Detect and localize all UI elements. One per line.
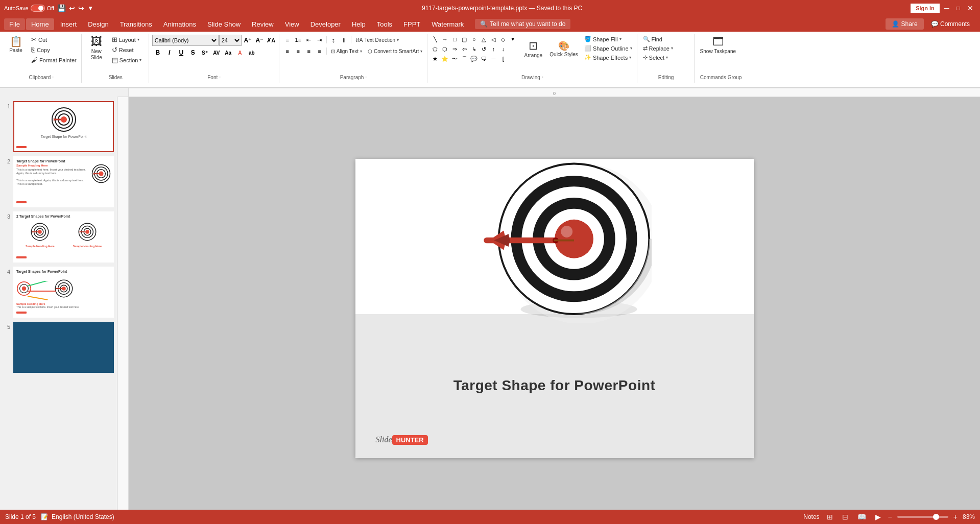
shape-star[interactable]: ★ <box>431 54 440 63</box>
shape-triangle[interactable]: △ <box>479 35 488 44</box>
menu-home[interactable]: Home <box>26 18 54 30</box>
shape-rounded[interactable]: ▢ <box>460 35 469 44</box>
font-size-select[interactable]: 24 <box>219 35 242 46</box>
shape-bend[interactable]: ↳ <box>469 44 479 54</box>
slide-img-2[interactable]: Target Shape for PowerPoint Sample Headi… <box>13 156 114 207</box>
shape-arrow[interactable]: → <box>440 35 449 44</box>
menu-file[interactable]: File <box>4 18 25 30</box>
menu-developer[interactable]: Developer <box>305 18 346 30</box>
shape-pentagon[interactable]: ⬠ <box>431 44 440 54</box>
shape-rect[interactable]: □ <box>450 35 459 44</box>
redo-icon[interactable]: ↪ <box>78 4 84 12</box>
menu-animations[interactable]: Animations <box>158 18 201 30</box>
slides-label[interactable]: Slides <box>85 73 147 82</box>
align-right-button[interactable]: ≡ <box>304 46 314 56</box>
new-slide-button[interactable]: 🖼 NewSlide <box>85 35 108 62</box>
text-direction-button[interactable]: ⇵A Text Direction ▾ <box>353 36 401 44</box>
commands-label[interactable]: Commands Group <box>698 73 745 82</box>
undo-icon[interactable]: ↩ <box>69 4 75 12</box>
reading-view-icon[interactable]: 📖 <box>855 512 868 522</box>
zoom-thumb[interactable] <box>933 514 939 520</box>
slide-panel[interactable]: 1 Target Shape for PowerP <box>0 97 117 519</box>
underline-button[interactable]: U <box>176 47 187 58</box>
find-button[interactable]: 🔍 Find <box>640 35 676 43</box>
shape-arrow3[interactable]: ⇦ <box>460 44 469 54</box>
justify-button[interactable]: ≡ <box>315 46 325 56</box>
quick-styles-button[interactable]: 🎨 Quick Styles <box>547 35 581 64</box>
menu-review[interactable]: Review <box>247 18 279 30</box>
strikethrough-button[interactable]: S <box>187 47 199 58</box>
shape-curved[interactable]: ⌒ <box>460 54 469 63</box>
shape-hexagon[interactable]: ⬡ <box>440 44 449 54</box>
shape-callout[interactable]: 💬 <box>469 54 479 63</box>
autosave-toggle[interactable] <box>31 5 45 12</box>
menu-design[interactable]: Design <box>83 18 113 30</box>
slide-thumb-4[interactable]: 4 Target Shapes for PowerPoint <box>3 267 114 318</box>
slide-img-5[interactable] <box>13 322 114 373</box>
font-color-button[interactable]: A <box>234 47 246 58</box>
menu-help[interactable]: Help <box>347 18 371 30</box>
normal-view-icon[interactable]: ⊞ <box>825 512 835 522</box>
slide-thumb-5[interactable]: 5 <box>3 322 114 373</box>
align-left-button[interactable]: ≡ <box>282 46 293 56</box>
shape-arrow2[interactable]: ⇒ <box>450 44 459 54</box>
minimize-icon[interactable]: ─ <box>942 4 952 12</box>
menu-watermark[interactable]: Watermark <box>426 18 469 30</box>
notes-button[interactable]: Notes <box>803 513 819 520</box>
shape-up[interactable]: ↑ <box>489 44 498 54</box>
shape-wave[interactable]: 〜 <box>450 54 459 63</box>
slide-area[interactable]: Target Shape for PowerPoint Slide HUNTER <box>129 97 980 519</box>
slide-sorter-icon[interactable]: ⊟ <box>840 512 850 522</box>
shape-outline-button[interactable]: ⬜ Shape Outline ▾ <box>582 44 635 53</box>
slide-img-1[interactable]: Target Shape for PowerPoint <box>13 101 114 152</box>
slide-img-3[interactable]: 2 Target Shapes for PowerPoint <box>13 211 114 263</box>
numbering-button[interactable]: 1≡ <box>293 35 303 45</box>
font-label[interactable]: Font ⬝ <box>152 73 277 82</box>
zoom-slider[interactable] <box>897 516 948 518</box>
menu-fppt[interactable]: FPPT <box>398 18 425 30</box>
slide-img-4[interactable]: Target Shapes for PowerPoint <box>13 267 114 318</box>
shadow-button[interactable]: S⁺ <box>199 47 210 58</box>
paste-button[interactable]: 📋 Paste <box>4 35 28 55</box>
replace-button[interactable]: ⇄ Replace ▾ <box>640 44 676 53</box>
decrease-font-button[interactable]: A⁻ <box>254 35 265 46</box>
columns-button[interactable]: ⫿ <box>339 35 349 45</box>
close-icon[interactable]: ✕ <box>965 4 976 12</box>
format-painter-button[interactable]: 🖌 Format Painter <box>29 55 79 65</box>
shape-uturn[interactable]: ↺ <box>479 44 488 54</box>
char-spacing-button[interactable]: AV <box>211 47 222 58</box>
paragraph-label[interactable]: Paragraph ⬝ <box>282 73 425 82</box>
cut-button[interactable]: ✂ Cut <box>29 35 79 44</box>
customize-icon[interactable]: ▼ <box>87 5 93 12</box>
increase-indent-button[interactable]: ⇥ <box>315 35 325 45</box>
slide-notes-icon[interactable]: 📝 <box>41 513 49 520</box>
highlight-button[interactable]: ab <box>246 47 257 58</box>
shape-effects-button[interactable]: ✨ Shape Effects ▾ <box>582 53 635 62</box>
zoom-in-icon[interactable]: + <box>953 513 958 521</box>
copy-button[interactable]: ⎘ Copy <box>29 45 79 55</box>
shape-line[interactable]: ╲ <box>431 35 440 44</box>
tell-me-input[interactable]: 🔍 Tell me what you want to do <box>475 19 570 29</box>
line-spacing-button[interactable]: ↕ <box>328 35 339 45</box>
font-family-select[interactable]: Calibri (Body) <box>152 35 219 46</box>
menu-insert[interactable]: Insert <box>55 18 82 30</box>
decrease-indent-button[interactable]: ⇤ <box>304 35 314 45</box>
menu-slideshow[interactable]: Slide Show <box>202 18 246 30</box>
shape-down[interactable]: ↓ <box>498 44 508 54</box>
show-taskpane-button[interactable]: 🗔 Show Taskpane <box>698 35 738 56</box>
align-text-button[interactable]: ⊡ Align Text ▾ <box>328 47 365 55</box>
increase-font-button[interactable]: A⁺ <box>242 35 253 46</box>
italic-button[interactable]: I <box>164 47 175 58</box>
clipboard-label[interactable]: Clipboard ⬝ <box>4 73 79 82</box>
shape-more-down[interactable]: ▼ <box>508 35 517 44</box>
change-case-button[interactable]: Aa <box>223 47 234 58</box>
shape-rtriangle[interactable]: ◁ <box>489 35 498 44</box>
comments-button[interactable]: 💬 Comments <box>925 18 976 30</box>
shape-star5[interactable]: ⭐ <box>440 54 449 63</box>
slide-thumb-2[interactable]: 2 Target Shape for PowerPoint Sample Hea… <box>3 156 114 207</box>
bullets-button[interactable]: ≡ <box>282 35 293 45</box>
reset-button[interactable]: ↺ Reset <box>109 45 145 55</box>
shape-bracket[interactable]: [ <box>498 54 508 63</box>
drawing-label[interactable]: Drawing ⬝ <box>431 73 634 82</box>
align-center-button[interactable]: ≡ <box>293 46 303 56</box>
